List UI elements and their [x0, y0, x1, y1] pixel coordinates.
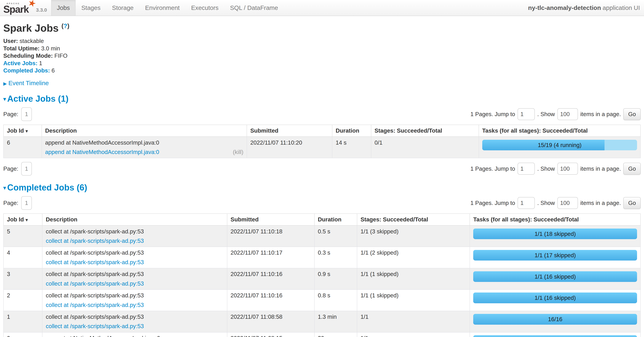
job-description-cell: parquet at NativeMethodAccessorImpl.java…	[42, 332, 227, 337]
summary-scheduling-mode: Scheduling Mode: FIFO	[3, 53, 641, 58]
col-duration[interactable]: Duration	[332, 125, 371, 137]
job-stages-cell: 1/1 (2 skipped)	[357, 247, 470, 268]
col-description[interactable]: Description	[42, 125, 247, 137]
summary-uptime: Total Uptime: 3.0 min	[3, 45, 641, 51]
active-jobs-heading[interactable]: ▾Active Jobs (1)	[3, 94, 641, 104]
job-description: parquet at NativeMethodAccessorImpl.java…	[46, 335, 224, 337]
job-duration-cell: 0.3 s	[314, 247, 357, 268]
job-submitted-cell: 2022/11/07 11:08:58	[227, 311, 314, 332]
tab-storage[interactable]: Storage	[106, 0, 139, 16]
tab-executors[interactable]: Executors	[186, 0, 224, 16]
jump-to-input[interactable]	[518, 163, 535, 175]
job-stages-cell: 1/1	[357, 311, 470, 332]
completed-jobs-heading[interactable]: ▾Completed Jobs (6)	[3, 183, 641, 193]
completed-jobs-link[interactable]: Completed Jobs:	[3, 67, 50, 74]
application-title: ny-tlc-anomaly-detection application UI	[528, 0, 644, 16]
application-ui-suffix: application UI	[602, 4, 640, 11]
job-description-link[interactable]: collect at /spark-scripts/spark-ad.py:53	[46, 280, 144, 287]
tasks-progress-label: 15/19 (4 running)	[482, 140, 637, 150]
job-description-link[interactable]: collect at /spark-scripts/spark-ad.py:53	[46, 323, 144, 329]
spark-version: 3.3.0	[36, 7, 47, 14]
items-per-page-input[interactable]	[558, 163, 578, 175]
event-timeline-toggle[interactable]: ▶Event Timeline	[3, 80, 641, 87]
kill-link[interactable]: (kill)	[233, 149, 244, 155]
items-per-page-input[interactable]	[558, 108, 578, 120]
navbar: APACHE Spark ★ 3.3.0 Jobs Stages Storage…	[0, 0, 644, 16]
tasks-progress-label: 1/1 (16 skipped)	[473, 271, 637, 282]
collapse-down-icon: ▾	[3, 185, 6, 191]
collapse-right-icon: ▶	[3, 81, 7, 86]
show-text: . Show	[537, 111, 555, 117]
job-id-cell: 5	[4, 225, 42, 247]
tasks-progress-bar: 1/1 (16 skipped)	[473, 293, 637, 303]
help-icon[interactable]: ?	[64, 22, 67, 29]
page-number-input[interactable]	[21, 162, 32, 176]
job-description-cell: collect at /spark-scripts/spark-ad.py:53…	[42, 311, 227, 332]
jump-to-input[interactable]	[518, 108, 535, 120]
job-description-link[interactable]: collect at /spark-scripts/spark-ad.py:53	[46, 302, 144, 308]
go-button[interactable]: Go	[623, 108, 641, 120]
job-tasks-cell: 1/1 (16 skipped)	[470, 268, 640, 290]
job-description-link[interactable]: append at NativeMethodAccessorImpl.java:…	[45, 149, 159, 155]
tasks-progress-bar: 15/19 (4 running)	[482, 140, 637, 150]
pages-jump-text: 1 Pages. Jump to	[470, 111, 515, 117]
job-description-cell: collect at /spark-scripts/spark-ad.py:53…	[42, 290, 227, 311]
col-tasks[interactable]: Tasks (for all stages): Succeeded/Total	[479, 125, 641, 137]
col-stages[interactable]: Stages: Succeeded/Total	[371, 125, 479, 137]
go-button[interactable]: Go	[623, 163, 641, 175]
job-description: collect at /spark-scripts/spark-ad.py:53	[46, 292, 224, 299]
tab-jobs[interactable]: Jobs	[51, 0, 76, 16]
job-row: 6append at NativeMethodAccessorImpl.java…	[4, 137, 640, 158]
tab-environment[interactable]: Environment	[139, 0, 186, 16]
col-job-id[interactable]: Job Id▼	[4, 125, 42, 137]
col-stages[interactable]: Stages: Succeeded/Total	[357, 214, 470, 225]
items-text: items in a page.	[580, 111, 621, 117]
summary-completed-jobs: Completed Jobs: 6	[3, 68, 641, 73]
spark-brand-label: Spark	[3, 4, 29, 14]
pager-active-bottom: Page: 1 Pages. Jump to . Show items in a…	[3, 162, 641, 176]
job-id-cell: 0	[4, 332, 42, 337]
active-jobs-link[interactable]: Active Jobs:	[3, 60, 38, 66]
summary-user: User: stackable	[3, 38, 641, 44]
page-label: Page:	[3, 200, 18, 206]
job-tasks-cell: 16/16	[470, 311, 640, 332]
job-tasks-cell: 15/19 (4 running)	[479, 137, 641, 158]
page-title: Spark Jobs (?)	[3, 22, 641, 34]
col-job-id[interactable]: Job Id▼	[4, 214, 42, 225]
job-id-cell: 4	[4, 247, 42, 268]
job-description: collect at /spark-scripts/spark-ad.py:53	[46, 271, 224, 277]
items-text: items in a page.	[580, 200, 621, 206]
pager-active-top: Page: 1 Pages. Jump to . Show items in a…	[3, 107, 641, 121]
job-id-cell: 1	[4, 311, 42, 332]
tab-stages[interactable]: Stages	[76, 0, 106, 16]
col-submitted[interactable]: Submitted	[227, 214, 314, 225]
job-submitted-cell: 2022/11/07 11:10:20	[247, 137, 332, 158]
sort-desc-icon: ▼	[25, 129, 29, 133]
go-button[interactable]: Go	[623, 197, 641, 209]
col-tasks[interactable]: Tasks (for all stages): Succeeded/Total	[470, 214, 640, 225]
spark-ui-page: APACHE Spark ★ 3.3.0 Jobs Stages Storage…	[0, 0, 644, 337]
page-number-input[interactable]	[21, 107, 32, 121]
page-number-input[interactable]	[21, 196, 32, 210]
content: Spark Jobs (?) User: stackable Total Upt…	[0, 22, 644, 337]
job-description-cell: collect at /spark-scripts/spark-ad.py:53…	[42, 225, 227, 247]
col-duration[interactable]: Duration	[314, 214, 357, 225]
job-submitted-cell: 2022/11/07 11:10:16	[227, 268, 314, 290]
pager-completed-top: Page: 1 Pages. Jump to . Show items in a…	[3, 196, 641, 210]
jump-to-input[interactable]	[518, 197, 535, 209]
pages-jump-text: 1 Pages. Jump to	[470, 200, 515, 206]
job-description-link[interactable]: collect at /spark-scripts/spark-ad.py:53	[46, 238, 144, 244]
tab-sql-dataframe[interactable]: SQL / DataFrame	[224, 0, 284, 16]
tasks-progress-label: 16/16	[473, 314, 637, 325]
items-text: items in a page.	[580, 165, 621, 172]
job-stages-cell: 1/1 (1 skipped)	[357, 268, 470, 290]
job-description-link[interactable]: collect at /spark-scripts/spark-ad.py:53	[46, 259, 144, 265]
col-description[interactable]: Description	[42, 214, 227, 225]
tasks-progress-bar: 1/1	[473, 335, 637, 337]
job-description-cell: append at NativeMethodAccessorImpl.java:…	[42, 137, 247, 158]
job-duration-cell: 0.5 s	[314, 225, 357, 247]
items-per-page-input[interactable]	[558, 197, 578, 209]
job-duration-cell: 0.8 s	[314, 290, 357, 311]
col-submitted[interactable]: Submitted	[247, 125, 332, 137]
job-row: 0parquet at NativeMethodAccessorImpl.jav…	[4, 332, 640, 337]
